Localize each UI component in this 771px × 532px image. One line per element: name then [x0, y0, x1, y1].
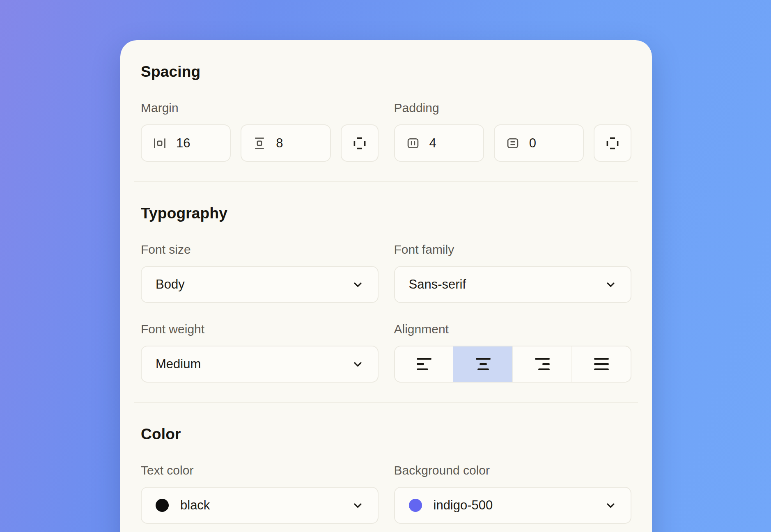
background-color-label: Background color	[394, 463, 632, 477]
font-weight-group: Font weight Medium	[141, 322, 379, 383]
individual-sides-icon	[352, 136, 367, 151]
padding-vertical-icon	[506, 136, 520, 150]
margin-vertical-input[interactable]: 8	[241, 124, 330, 162]
font-size-value: Body	[156, 277, 185, 292]
margin-vertical-icon	[252, 136, 266, 150]
font-size-group: Font size Body	[141, 243, 379, 303]
font-family-dropdown[interactable]: Sans-serif	[394, 266, 632, 303]
align-justify-icon	[594, 358, 609, 371]
color-section: Text color black Background color indigo…	[141, 463, 631, 524]
chevron-down-icon	[351, 278, 364, 291]
text-color-value-wrap: black	[156, 498, 210, 513]
color-section-title: Color	[141, 426, 631, 443]
font-size-label: Font size	[141, 243, 379, 257]
margin-label: Margin	[141, 101, 379, 115]
padding-controls: 4 0	[394, 124, 632, 162]
typography-section-title: Typography	[141, 205, 631, 222]
alignment-left-button[interactable]	[395, 346, 453, 382]
properties-panel: Spacing Margin 16	[120, 40, 652, 532]
background-color-value-wrap: indigo-500	[409, 498, 493, 513]
padding-horizontal-input[interactable]: 4	[394, 124, 484, 162]
padding-horizontal-value: 4	[429, 136, 436, 151]
background-color-swatch	[409, 499, 422, 512]
text-color-label: Text color	[141, 463, 379, 477]
margin-controls: 16 8	[141, 124, 379, 162]
background-color-group: Background color indigo-500	[394, 463, 632, 524]
chevron-down-icon	[604, 278, 617, 291]
padding-individual-sides-button[interactable]	[594, 124, 631, 162]
typography-row-2: Font weight Medium Alignment	[141, 322, 631, 383]
font-weight-value: Medium	[156, 357, 201, 371]
padding-vertical-input[interactable]: 0	[494, 124, 584, 162]
typography-row-1: Font size Body Font family Sans-serif	[141, 243, 631, 303]
alignment-center-button[interactable]	[453, 346, 512, 382]
font-weight-dropdown[interactable]: Medium	[141, 346, 379, 383]
alignment-right-button[interactable]	[512, 346, 571, 382]
chevron-down-icon	[351, 358, 364, 371]
spacing-section-title: Spacing	[141, 63, 631, 80]
text-color-group: Text color black	[141, 463, 379, 524]
padding-horizontal-icon	[406, 136, 420, 150]
alignment-segmented-control	[394, 346, 632, 383]
margin-horizontal-value: 16	[176, 136, 190, 151]
alignment-justify-button[interactable]	[571, 346, 631, 382]
chevron-down-icon	[351, 499, 364, 512]
font-family-label: Font family	[394, 243, 632, 257]
margin-group: Margin 16	[141, 101, 379, 162]
section-divider	[134, 402, 638, 403]
background-color-value: indigo-500	[434, 498, 493, 513]
text-color-value: black	[180, 498, 210, 513]
margin-horizontal-input[interactable]: 16	[141, 124, 231, 162]
chevron-down-icon	[604, 499, 617, 512]
individual-sides-icon	[605, 136, 620, 151]
alignment-label: Alignment	[394, 322, 632, 336]
section-divider	[134, 181, 638, 182]
align-left-icon	[416, 358, 432, 371]
align-center-icon	[475, 358, 491, 371]
align-right-icon	[535, 358, 550, 371]
font-family-value: Sans-serif	[409, 277, 466, 292]
margin-individual-sides-button[interactable]	[341, 124, 379, 162]
background-color-dropdown[interactable]: indigo-500	[394, 487, 632, 524]
font-weight-label: Font weight	[141, 322, 379, 336]
padding-vertical-value: 0	[529, 136, 536, 151]
padding-group: Padding 4	[394, 101, 632, 162]
font-size-dropdown[interactable]: Body	[141, 266, 379, 303]
margin-vertical-value: 8	[276, 136, 283, 151]
font-family-group: Font family Sans-serif	[394, 243, 632, 303]
text-color-dropdown[interactable]: black	[141, 487, 379, 524]
margin-horizontal-icon	[153, 136, 167, 150]
padding-label: Padding	[394, 101, 632, 115]
spacing-section: Margin 16	[141, 101, 631, 162]
alignment-group: Alignment	[394, 322, 632, 383]
text-color-swatch	[156, 499, 169, 512]
